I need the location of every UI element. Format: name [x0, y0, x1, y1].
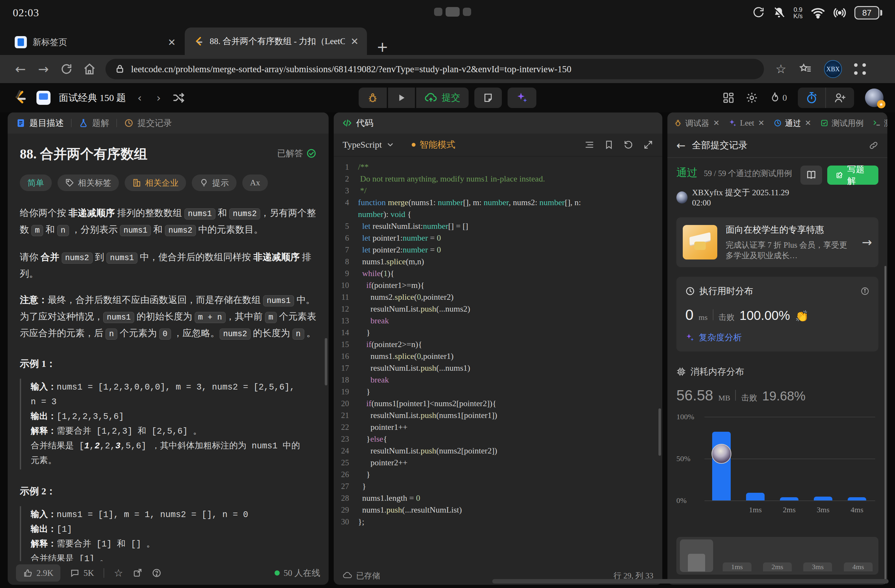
- tab-description[interactable]: 题目描述: [16, 117, 64, 129]
- timer-button[interactable]: [798, 88, 825, 108]
- tab-testcase[interactable]: 测试用例: [820, 118, 864, 129]
- promo-arrow-icon[interactable]: →: [862, 235, 872, 249]
- chevron-down-icon[interactable]: [386, 141, 394, 149]
- code-line[interactable]: 20 if(nums1[pointer1]<nums2[pointer2]){: [334, 397, 662, 409]
- student-promo-card[interactable]: 面向在校学生的专享特惠 完成认证享 7 折 Plus 会员，享受更多学业及职业成…: [677, 217, 878, 267]
- bookmark-star-icon[interactable]: ☆: [775, 62, 786, 76]
- browser-profile-avatar[interactable]: XBX: [824, 60, 842, 78]
- runtime-bar[interactable]: [746, 493, 765, 500]
- code-line[interactable]: 6 let pointer1:number = 0: [334, 232, 662, 244]
- tab-debugger[interactable]: 调试器✕: [674, 118, 719, 129]
- code-line[interactable]: 5 let resultNumList:number[] = []: [334, 220, 662, 232]
- bookmark-list-icon[interactable]: [798, 63, 812, 75]
- code-line[interactable]: 4function merge(nums1: number[], m: numb…: [334, 197, 662, 208]
- run-button[interactable]: [388, 88, 415, 108]
- all-submissions-label[interactable]: 全部提交记录: [692, 139, 748, 152]
- ai-sparkles-button[interactable]: [508, 88, 536, 108]
- study-plan-title[interactable]: 面试经典 150 题: [59, 91, 126, 105]
- complexity-analysis-link[interactable]: 复杂度分析: [685, 332, 869, 343]
- hint-pill[interactable]: 提示: [192, 174, 237, 191]
- left-panel-scrollbar[interactable]: [325, 338, 327, 385]
- code-line[interactable]: 7 let pointer2:number = 0: [334, 244, 662, 256]
- code-line[interactable]: number): void {: [334, 208, 662, 220]
- close-tab-icon[interactable]: ✕: [168, 37, 176, 48]
- share-icon[interactable]: [133, 568, 142, 578]
- code-line[interactable]: 18 break: [334, 374, 662, 386]
- reload-icon[interactable]: [55, 63, 78, 76]
- code-line[interactable]: 25 pointer2++: [334, 457, 662, 468]
- comments-button[interactable]: 5K: [70, 568, 94, 578]
- invite-button[interactable]: [825, 88, 854, 108]
- tab-test-result[interactable]: 测试结果: [872, 118, 887, 129]
- shuffle-icon[interactable]: [172, 91, 185, 104]
- runtime-card[interactable]: 执行用时分布 0 ms 击败 100.00% 👏 复杂度分析: [677, 277, 878, 352]
- code-line[interactable]: 2 Do not return anything, modify nums1 i…: [334, 173, 662, 185]
- copy-link-icon[interactable]: [869, 141, 878, 150]
- submit-button[interactable]: 提交: [416, 88, 469, 108]
- settings-gear-icon[interactable]: [745, 91, 758, 104]
- favorite-star-icon[interactable]: ☆: [114, 567, 123, 579]
- notes-button[interactable]: [474, 88, 502, 108]
- browser-menu-icon[interactable]: [854, 63, 866, 75]
- streak-flame[interactable]: 0: [769, 91, 787, 104]
- close-icon[interactable]: ✕: [805, 118, 811, 127]
- code-line[interactable]: 11 nums2.splice(0,pointer2): [334, 291, 662, 303]
- browser-tab-leetcode[interactable]: 88. 合并两个有序数组 - 力扣（LeetC ✕: [185, 27, 367, 55]
- language-selector[interactable]: TypeScript: [343, 139, 382, 150]
- bookmark-icon[interactable]: [604, 139, 614, 150]
- results-scrollbar[interactable]: [884, 266, 886, 585]
- code-line[interactable]: 29 nums1.push(...resultNumList): [334, 504, 662, 516]
- code-line[interactable]: 21 resultNumList.push(nums1[pointer1]): [334, 409, 662, 421]
- related-tags-pill[interactable]: 相关标签: [58, 174, 119, 191]
- format-icon[interactable]: [584, 139, 595, 150]
- view-solutions-button[interactable]: [800, 165, 822, 185]
- tab-submissions[interactable]: 提交记录: [124, 117, 172, 129]
- horizontal-scrollbar[interactable]: [492, 579, 889, 583]
- code-line[interactable]: 17 resultNumList.push(...nums1): [334, 362, 662, 374]
- smart-mode-indicator[interactable]: 智能模式: [412, 139, 455, 151]
- code-line[interactable]: 14 }: [334, 327, 662, 338]
- runtime-bar[interactable]: [780, 497, 798, 500]
- runtime-bar[interactable]: [814, 497, 832, 500]
- runtime-distribution-chart[interactable]: 0%50%100%1ms2ms3ms4ms: [677, 417, 878, 522]
- debug-button[interactable]: [359, 88, 387, 108]
- code-line[interactable]: 27 }: [334, 480, 662, 492]
- layout-icon[interactable]: [722, 92, 734, 104]
- code-line[interactable]: 28 nums1.length = 0: [334, 492, 662, 504]
- code-line[interactable]: 16 nums1.splice(0,pointer1): [334, 350, 662, 362]
- tab-code[interactable]: 代码: [342, 117, 373, 129]
- code-line[interactable]: 26 }: [334, 468, 662, 480]
- back-arrow-icon[interactable]: ←: [677, 139, 686, 152]
- back-icon[interactable]: ←: [9, 62, 32, 76]
- help-icon[interactable]: [152, 568, 161, 578]
- home-icon[interactable]: [78, 63, 101, 76]
- close-icon[interactable]: ✕: [713, 118, 719, 127]
- code-line[interactable]: 19 }: [334, 386, 662, 397]
- tab-solutions[interactable]: 题解: [79, 117, 109, 129]
- browser-tab-newtab[interactable]: 新标签页 ✕: [6, 29, 185, 55]
- code-editor[interactable]: 1/**2 Do not return anything, modify num…: [334, 156, 662, 566]
- code-line[interactable]: 12 resultNumList.push(...nums2): [334, 303, 662, 315]
- code-line[interactable]: 10 if(pointer1>=m){: [334, 279, 662, 291]
- expand-icon[interactable]: [643, 139, 653, 150]
- info-icon[interactable]: [860, 286, 869, 296]
- code-line[interactable]: 15 if(pointer2>=n){: [334, 338, 662, 350]
- close-tab-icon[interactable]: ✕: [350, 36, 359, 47]
- code-line[interactable]: 3 */: [334, 185, 662, 197]
- code-line[interactable]: 9 while(1){: [334, 267, 662, 279]
- runtime-bar[interactable]: [712, 432, 731, 500]
- code-line[interactable]: 23 }else{: [334, 433, 662, 445]
- user-avatar[interactable]: ★: [865, 88, 883, 107]
- url-bar[interactable]: leetcode.cn/problems/merge-sorted-array/…: [105, 59, 764, 79]
- difficulty-badge[interactable]: 简单: [20, 174, 52, 191]
- reset-code-icon[interactable]: [623, 139, 634, 150]
- close-icon[interactable]: ✕: [758, 118, 765, 127]
- related-companies-pill[interactable]: 相关企业: [125, 174, 186, 191]
- code-line[interactable]: 22 pointer1++: [334, 421, 662, 433]
- code-line[interactable]: 30};: [334, 516, 662, 527]
- forward-icon[interactable]: →: [32, 62, 55, 76]
- chart-brush[interactable]: 1ms2ms3ms4ms: [677, 537, 878, 574]
- editor-scrollbar[interactable]: [658, 408, 661, 456]
- tab-result-passed[interactable]: 通过✕: [774, 118, 811, 129]
- leetcode-logo[interactable]: [12, 89, 28, 106]
